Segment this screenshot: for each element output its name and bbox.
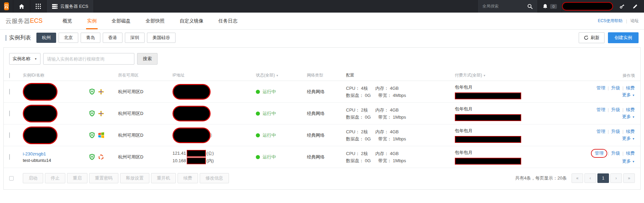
- chevron-down-icon: ▼: [276, 74, 279, 77]
- more-link[interactable]: 更多 ▼: [622, 92, 635, 97]
- refresh-icon: [584, 35, 589, 40]
- instance-name: test-ubtuntu14: [23, 158, 89, 163]
- region-qingdao[interactable]: 青岛: [81, 33, 100, 43]
- upgrade-link[interactable]: 升级: [611, 107, 620, 112]
- region-shenzhen[interactable]: 深圳: [125, 33, 145, 43]
- page-title: 云服务器ECS: [5, 13, 56, 29]
- footer-select-all-checkbox[interactable]: [9, 176, 14, 181]
- filter-row: 实例名称 ▼ 搜索: [4, 48, 640, 66]
- topbar-right-cluster: 全局搜索 0: [477, 0, 644, 13]
- product-menu-label: 云服务器 ECS: [60, 3, 88, 10]
- shield-icon: [89, 132, 95, 138]
- search-button[interactable]: 搜索: [137, 53, 158, 65]
- instance-name-search-input[interactable]: [43, 53, 134, 65]
- table-row: 杭州可用区D 运行中 经典网络 CPU： 2核内存： 4GB 数据盘： 0G带宽…: [4, 103, 640, 124]
- tab-custom-images[interactable]: 自定义镜像: [180, 13, 203, 29]
- header-network: 网络类型: [307, 72, 346, 78]
- upgrade-link[interactable]: 升级: [611, 151, 620, 156]
- manage-link[interactable]: 管理: [596, 129, 605, 134]
- payment-type: 包年包月: [455, 106, 567, 112]
- header-actions: 操作项: [567, 72, 635, 79]
- create-instance-button[interactable]: 创建实例: [608, 32, 639, 43]
- account-name-redaction: [562, 2, 613, 11]
- renew-link[interactable]: 续费: [626, 85, 635, 90]
- instance-id-link[interactable]: i-230zrsgb1: [23, 151, 89, 156]
- tab-disks[interactable]: 全部磁盘: [112, 13, 131, 29]
- upgrade-link[interactable]: 升级: [611, 85, 620, 90]
- renew-link[interactable]: 续费: [626, 151, 635, 156]
- expiry-date-redaction: [455, 92, 521, 99]
- products-grid-button[interactable]: [30, 0, 46, 13]
- filter-field-select[interactable]: 实例名称 ▼: [9, 53, 40, 65]
- renew-button[interactable]: 续费: [178, 173, 198, 183]
- prev-page-button[interactable]: ‹: [584, 173, 596, 183]
- upgrade-link[interactable]: 升级: [611, 129, 620, 134]
- ip-redaction: [187, 157, 206, 164]
- region-hongkong[interactable]: 香港: [103, 33, 122, 43]
- header-status-filter[interactable]: 状态(全部)▼: [256, 72, 307, 78]
- home-nav-button[interactable]: [13, 0, 30, 13]
- header-config: 配置: [346, 72, 455, 79]
- payment-type: 包年包月: [455, 128, 567, 134]
- instance-list-card: 实例名称 ▼ 搜索 实例ID/名称 所在可用区 IP地址 状态(全部)▼ 网络类…: [3, 47, 641, 190]
- manage-link[interactable]: 管理: [595, 151, 604, 156]
- forum-link[interactable]: 论坛: [630, 18, 639, 24]
- more-link[interactable]: 更多 ▼: [622, 114, 635, 119]
- top-navbar: 云 云服务器 ECS 全局搜索: [0, 0, 644, 13]
- table-footer: 启动 停止 重启 重置密码 释放设置 重开机 续费 修改信息 共有4条，每页显示…: [4, 168, 640, 189]
- renew-link[interactable]: 续费: [626, 129, 635, 134]
- next-page-button[interactable]: ›: [610, 173, 622, 183]
- region-selector: 杭州 北京 青岛 香港 深圳 美国硅谷: [36, 33, 176, 43]
- bell-icon: [543, 4, 548, 9]
- grid-icon: [36, 4, 41, 9]
- row-checkbox[interactable]: [9, 132, 10, 138]
- ip-redaction: [187, 150, 206, 157]
- global-search-box[interactable]: 全局搜索: [477, 0, 538, 13]
- chevron-down-icon: ▼: [34, 57, 37, 61]
- reboot-button[interactable]: 重开机: [151, 173, 176, 183]
- table-row: i-230zrsgb1 test-ubtuntu14 杭州可用区D 121.41…: [4, 146, 640, 168]
- last-page-button[interactable]: »: [623, 173, 635, 183]
- pencil-icon[interactable]: [632, 4, 638, 9]
- tab-snapshots[interactable]: 全部快照: [146, 13, 165, 29]
- aliyun-logo[interactable]: 云: [0, 0, 13, 13]
- release-settings-button[interactable]: 释放设置: [120, 173, 149, 183]
- header-payment-filter[interactable]: 付费方式(全部)▼: [455, 72, 567, 78]
- region-bar: 实例列表 杭州 北京 青岛 香港 深圳 美国硅谷 刷新 创建实例: [0, 30, 644, 46]
- key-icon[interactable]: [619, 3, 625, 9]
- region-bar-actions: 刷新 创建实例: [579, 32, 639, 43]
- notifications-button[interactable]: 0: [538, 0, 562, 13]
- region-us-west[interactable]: 美国硅谷: [147, 33, 176, 43]
- first-page-button[interactable]: «: [572, 173, 583, 183]
- region-beijing[interactable]: 北京: [59, 33, 78, 43]
- tab-task-logs[interactable]: 任务日志: [218, 13, 237, 29]
- cloud-logo-icon: 云: [4, 2, 9, 10]
- tab-overview[interactable]: 概览: [63, 13, 72, 29]
- shield-icon: [89, 110, 95, 117]
- stop-button[interactable]: 停止: [45, 173, 65, 183]
- renew-link[interactable]: 续费: [626, 107, 635, 112]
- ecs-help-link[interactable]: ECS使用帮助: [598, 18, 623, 24]
- select-all-checkbox[interactable]: [9, 73, 10, 78]
- payment-type: 包年包月: [455, 84, 567, 90]
- refresh-button[interactable]: 刷新: [579, 32, 605, 43]
- row-checkbox[interactable]: [9, 154, 10, 160]
- manage-link[interactable]: 管理: [596, 85, 605, 90]
- row-checkbox[interactable]: [9, 89, 10, 95]
- start-button[interactable]: 启动: [23, 173, 43, 183]
- notification-count-badge: 0: [550, 4, 557, 9]
- more-link[interactable]: 更多 ▼: [622, 158, 635, 164]
- current-product-menu[interactable]: 云服务器 ECS: [46, 0, 94, 13]
- restart-button[interactable]: 重启: [67, 173, 87, 183]
- reset-password-button[interactable]: 重置密码: [89, 173, 118, 183]
- table-header-row: 实例ID/名称 所在可用区 IP地址 状态(全部)▼ 网络类型 配置 付费方式(…: [4, 70, 640, 81]
- page-number-button[interactable]: 1: [597, 173, 609, 183]
- row-checkbox[interactable]: [9, 111, 10, 116]
- tab-instances[interactable]: 实例: [87, 13, 97, 29]
- manage-link[interactable]: 管理: [596, 107, 605, 112]
- more-link[interactable]: 更多 ▼: [622, 136, 635, 141]
- modify-info-button[interactable]: 修改信息: [200, 173, 229, 183]
- region-hangzhou[interactable]: 杭州: [36, 33, 56, 43]
- search-icon: [527, 4, 533, 9]
- status-text: 运行中: [263, 132, 276, 138]
